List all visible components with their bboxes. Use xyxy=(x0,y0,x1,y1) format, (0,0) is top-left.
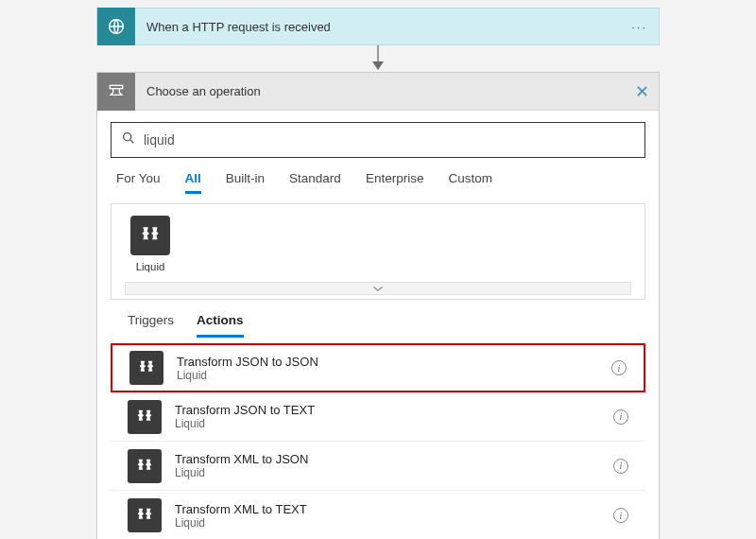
tab-standard[interactable]: Standard xyxy=(289,171,341,194)
liquid-icon xyxy=(128,449,162,483)
action-item-transform-json-to-text[interactable]: Transform JSON to TEXT Liquid i xyxy=(111,392,645,442)
actions-list: Transform JSON to JSON Liquid i Transfor… xyxy=(111,338,645,539)
action-provider: Liquid xyxy=(177,369,611,382)
svg-point-2 xyxy=(124,133,131,141)
action-provider: Liquid xyxy=(175,417,613,430)
action-title: Transform XML to TEXT xyxy=(175,502,613,516)
trigger-menu-button[interactable]: ··· xyxy=(631,20,647,34)
operation-picker-card: Choose an operation ✕ For You All Built-… xyxy=(96,72,660,539)
connector-tile-liquid[interactable]: Liquid xyxy=(125,216,176,272)
search-box[interactable] xyxy=(111,122,645,158)
action-title: Transform JSON to TEXT xyxy=(175,403,613,417)
close-icon[interactable]: ✕ xyxy=(635,81,649,102)
tab-built-in[interactable]: Built-in xyxy=(226,171,265,194)
expand-connectors-button[interactable] xyxy=(125,282,631,295)
action-item-transform-json-to-json[interactable]: Transform JSON to JSON Liquid i xyxy=(111,343,645,392)
http-trigger-icon xyxy=(97,8,135,45)
connector-tile-label: Liquid xyxy=(125,261,176,272)
action-item-transform-xml-to-text[interactable]: Transform XML to TEXT Liquid i xyxy=(111,491,645,539)
operation-header: Choose an operation ✕ xyxy=(97,73,659,111)
arrow-down-icon xyxy=(372,61,384,70)
category-tabs: For You All Built-in Standard Enterprise… xyxy=(111,158,645,203)
connector-line xyxy=(377,45,379,62)
liquid-icon xyxy=(129,351,163,385)
operation-header-title: Choose an operation xyxy=(135,84,261,98)
tab-enterprise[interactable]: Enterprise xyxy=(366,171,424,194)
svg-rect-1 xyxy=(110,85,122,88)
operation-header-icon xyxy=(97,73,135,111)
action-provider: Liquid xyxy=(175,516,613,530)
info-icon[interactable]: i xyxy=(613,409,628,425)
info-icon[interactable]: i xyxy=(613,508,628,523)
trigger-action-tabs: Triggers Actions xyxy=(111,300,645,338)
trigger-title: When a HTTP request is received xyxy=(135,20,331,34)
search-icon xyxy=(121,130,144,149)
connectors-panel: Liquid xyxy=(111,203,645,300)
info-icon[interactable]: i xyxy=(613,459,628,474)
info-icon[interactable]: i xyxy=(611,360,627,375)
tab-for-you[interactable]: For You xyxy=(116,171,161,194)
liquid-icon xyxy=(128,400,162,434)
action-title: Transform JSON to JSON xyxy=(177,355,611,369)
search-input[interactable] xyxy=(144,132,635,148)
tab-custom[interactable]: Custom xyxy=(448,171,492,194)
liquid-icon xyxy=(128,498,162,532)
tab-all[interactable]: All xyxy=(185,171,201,194)
subtab-triggers[interactable]: Triggers xyxy=(128,313,174,338)
trigger-card[interactable]: When a HTTP request is received ··· xyxy=(96,8,660,45)
liquid-icon xyxy=(130,216,170,255)
action-title: Transform XML to JSON xyxy=(175,452,613,466)
subtab-actions[interactable]: Actions xyxy=(197,313,244,338)
action-item-transform-xml-to-json[interactable]: Transform XML to JSON Liquid i xyxy=(111,442,645,491)
action-provider: Liquid xyxy=(175,466,613,479)
